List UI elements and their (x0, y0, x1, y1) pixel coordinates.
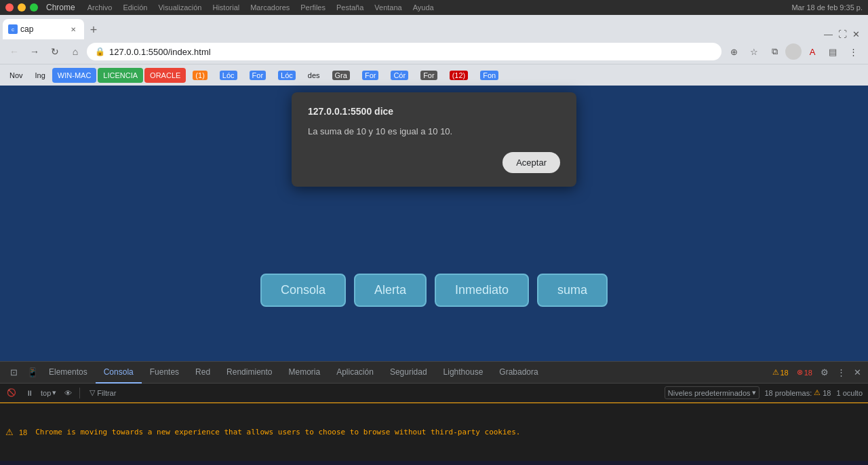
bookmark-fon[interactable]: Fon (475, 68, 504, 83)
bookmark-nov[interactable]: Nov (4, 68, 28, 83)
devtools-tab-red[interactable]: Red (187, 362, 218, 384)
app-title: Chrome (46, 3, 75, 12)
devtools-clear-icon[interactable]: 🚫 (5, 387, 18, 399)
menu-historial[interactable]: Historial (212, 3, 239, 12)
devtools-tabs: ⊡ 📱 Elementos Consola Fuentes Red Rendim… (0, 362, 868, 384)
alerta-button[interactable]: Alerta (354, 274, 427, 307)
devtools-settings-icon[interactable]: ⚙ (816, 365, 833, 381)
bookmark-badge: (12) (450, 71, 469, 80)
bookmark-loc1[interactable]: Lóc (214, 68, 243, 83)
menu-marcadores[interactable]: Marcadores (250, 3, 290, 12)
devtools-panel: ⊡ 📱 Elementos Consola Fuentes Red Rendim… (0, 361, 868, 461)
forward-button[interactable]: → (26, 43, 43, 60)
devtools-pause-icon[interactable]: ⏸ (23, 387, 35, 399)
menu-ventana[interactable]: Ventana (374, 3, 401, 12)
dialog-accept-button[interactable]: Aceptar (502, 152, 560, 173)
chrome-close-icon[interactable]: ✕ (852, 29, 860, 39)
chrome-expand-icon[interactable]: ⛶ (838, 29, 847, 39)
dot-green[interactable] (30, 3, 38, 12)
bookmark-label: WIN-MAC (58, 71, 92, 79)
console-line-number: 18 (19, 428, 27, 436)
devtools-tab-seguridad[interactable]: Seguridad (382, 362, 435, 384)
dialog-title: 127.0.0.1:5500 dice (308, 106, 560, 117)
bookmark-licencia[interactable]: LICENCIA (98, 68, 143, 83)
consola-button[interactable]: Consola (260, 274, 346, 307)
translate-icon[interactable]: ⊕ (724, 42, 743, 61)
new-tab-button[interactable]: + (84, 20, 103, 39)
bookmark-badge: For (362, 71, 379, 80)
devtools-tab-rendimiento[interactable]: Rendimiento (218, 362, 280, 384)
chrome-tab-active[interactable]: c cap ✕ (3, 19, 84, 39)
devtools-levels-select[interactable]: Niveles predeterminados ▾ (665, 386, 760, 399)
console-message: Chrome is moving towards a new experienc… (35, 428, 520, 436)
chrome-menu-icon[interactable]: ⋮ (844, 42, 863, 61)
back-button[interactable]: ← (5, 43, 23, 60)
bookmark-for1[interactable]: For (244, 68, 272, 83)
home-button[interactable]: ⌂ (66, 43, 84, 60)
chrome-tabs-bar: c cap ✕ + — ⛶ ✕ (0, 15, 868, 39)
address-field[interactable]: 🔒 127.0.0.1:5500/index.html (87, 43, 722, 60)
bookmark-badge: Cór (391, 71, 408, 80)
profile-icon[interactable] (785, 43, 802, 60)
devtools-problems-badge: 18 problemas: ⚠ 18 (765, 388, 831, 397)
context-label: top (41, 389, 51, 397)
devtools-context-select[interactable]: top ▾ (41, 388, 56, 397)
bookmark-1[interactable]: (1) (187, 68, 212, 83)
bookmark-cor[interactable]: Cór (385, 68, 414, 83)
menu-ayuda[interactable]: Ayuda (413, 3, 434, 12)
devtools-tab-aplicacion[interactable]: Aplicación (328, 362, 382, 384)
dialog-actions: Aceptar (308, 152, 560, 173)
bookmark-oracle[interactable]: ORACLE (144, 68, 186, 83)
devtools-close-icon[interactable]: ✕ (849, 365, 865, 381)
extensions-icon[interactable]: ⧉ (765, 42, 784, 61)
menu-pestana[interactable]: Pestaña (336, 3, 363, 12)
devtools-more-icon[interactable]: ⋮ (833, 365, 849, 381)
devtools-tab-memoria[interactable]: Memoria (280, 362, 328, 384)
menu-perfiles[interactable]: Perfiles (300, 3, 326, 12)
devtools-device-icon[interactable]: 📱 (24, 365, 41, 381)
bookmark-12[interactable]: (12) (444, 68, 474, 83)
address-bar: ← → ↻ ⌂ 🔒 127.0.0.1:5500/index.html ⊕ ☆ … (0, 39, 868, 64)
star-icon[interactable]: ☆ (745, 42, 764, 61)
bookmark-label: Ing (35, 71, 45, 79)
devtools-inspect-icon[interactable]: ⊡ (5, 365, 22, 381)
dot-red[interactable] (5, 3, 14, 12)
suma-button[interactable]: suma (537, 274, 608, 307)
devtools-filter-button[interactable]: ▽ Filtrar (85, 387, 120, 398)
bookmark-gra[interactable]: Gra (327, 68, 355, 83)
devtools-tab-lighthouse[interactable]: Lighthouse (435, 362, 492, 384)
menu-edicion[interactable]: Edición (123, 3, 147, 12)
bookmark-winmac[interactable]: WIN-MAC (52, 68, 97, 83)
bookmark-loc2[interactable]: Lóc (273, 68, 301, 83)
bookmark-des[interactable]: des (302, 68, 326, 83)
bookmark-for3[interactable]: For (415, 68, 443, 83)
warning-icon: ⚠ (814, 388, 821, 397)
reload-button[interactable]: ↻ (46, 43, 64, 60)
tab-close-button[interactable]: ✕ (68, 24, 79, 35)
warning-icon: ⚠ (772, 368, 779, 377)
bookmark-ing[interactable]: Ing (30, 68, 51, 83)
bookmark-badge: Gra (332, 71, 350, 80)
bookmarks-bar: Nov Ing WIN-MAC LICENCIA ORACLE (1) Lóc … (0, 64, 868, 86)
acrobat-icon[interactable]: A (803, 42, 822, 61)
devtools-eye-icon[interactable]: 👁 (62, 387, 74, 399)
inmediato-button[interactable]: Inmediato (435, 274, 529, 307)
menu-archivo[interactable]: Archivo (87, 3, 113, 12)
tab-favicon: c (8, 24, 18, 34)
devtools-warnings-badge: ⚠ 18 (768, 368, 793, 377)
filter-label: Filtrar (97, 389, 116, 397)
devtools-tab-elementos[interactable]: Elementos (41, 362, 96, 384)
bookmark-label: ORACLE (150, 71, 180, 79)
address-actions: ⊕ ☆ ⧉ A ▤ ⋮ (724, 42, 863, 61)
devtools-tab-consola[interactable]: Consola (96, 362, 142, 384)
devtools-tab-fuentes[interactable]: Fuentes (142, 362, 187, 384)
chrome-minimize-icon[interactable]: — (824, 29, 833, 39)
menu-visualizacion[interactable]: Visualización (158, 3, 201, 12)
bookmark-for2[interactable]: For (357, 68, 384, 83)
devtools-tab-grabadora[interactable]: Grabadora (491, 362, 546, 384)
dot-yellow[interactable] (18, 3, 26, 12)
levels-label: Niveles predeterminados (668, 389, 751, 397)
devtools-toolbar-right: Niveles predeterminados ▾ 18 problemas: … (665, 386, 863, 399)
chevron-down-icon: ▾ (52, 388, 56, 397)
sidebar-icon[interactable]: ▤ (823, 42, 842, 61)
